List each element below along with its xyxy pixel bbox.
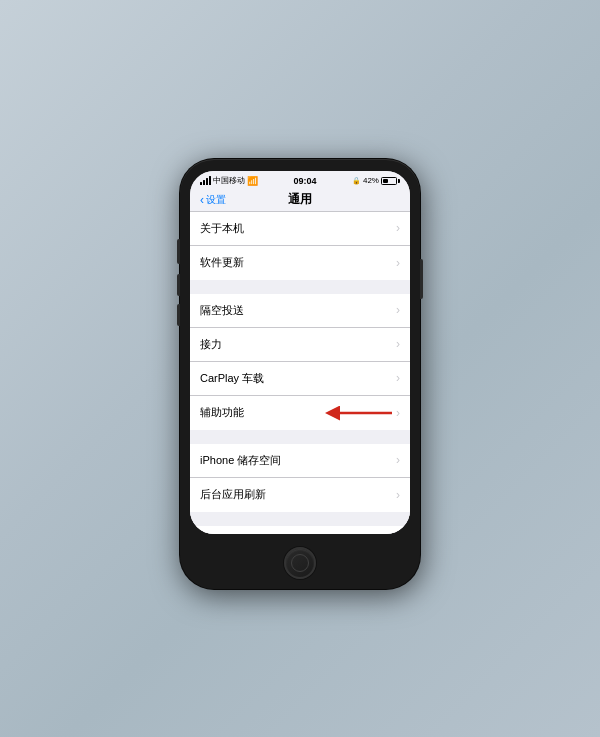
section-gap-2 <box>190 430 410 444</box>
airdrop-item[interactable]: 隔空投送 › <box>190 294 410 328</box>
airdrop-label: 隔空投送 <box>200 303 244 318</box>
status-time: 09:04 <box>293 176 316 186</box>
carplay-label: CarPlay 车载 <box>200 371 264 386</box>
section-2: 隔空投送 › 接力 › CarPlay 车载 › 辅助功能 › <box>190 294 410 430</box>
page-title: 通用 <box>288 191 312 208</box>
about-item[interactable]: 关于本机 › <box>190 212 410 246</box>
status-left: 中国移动 📶 <box>200 175 258 186</box>
status-bar: 中国移动 📶 09:04 🔒 42% <box>190 171 410 191</box>
carplay-item[interactable]: CarPlay 车载 › <box>190 362 410 396</box>
battery-pct: 42% <box>363 176 379 185</box>
chevron-icon: › <box>396 337 400 351</box>
back-label: 设置 <box>206 193 226 207</box>
back-button[interactable]: ‹ 设置 <box>200 193 226 207</box>
navigation-bar: ‹ 设置 通用 <box>190 191 410 212</box>
section-4: 日期与时间 › 键盘 › <box>190 526 410 534</box>
carrier-label: 中国移动 <box>213 175 245 186</box>
volume-down-button <box>177 304 180 326</box>
iphone-storage-item[interactable]: iPhone 储存空间 › <box>190 444 410 478</box>
chevron-icon: › <box>396 371 400 385</box>
background-refresh-label: 后台应用刷新 <box>200 487 266 502</box>
background-refresh-item[interactable]: 后台应用刷新 › <box>190 478 410 512</box>
screen: 中国移动 📶 09:04 🔒 42% ‹ 设置 通用 <box>190 171 410 534</box>
software-update-item[interactable]: 软件更新 › <box>190 246 410 280</box>
settings-content: 关于本机 › 软件更新 › 隔空投送 › 接力 › <box>190 212 410 534</box>
accessibility-item[interactable]: 辅助功能 › <box>190 396 410 430</box>
chevron-icon: › <box>396 406 400 420</box>
battery-indicator <box>381 177 400 185</box>
datetime-item[interactable]: 日期与时间 › <box>190 526 410 534</box>
status-right: 🔒 42% <box>352 176 400 185</box>
chevron-left-icon: ‹ <box>200 193 204 207</box>
chevron-icon: › <box>396 453 400 467</box>
handoff-item[interactable]: 接力 › <box>190 328 410 362</box>
chevron-icon: › <box>396 221 400 235</box>
about-label: 关于本机 <box>200 221 244 236</box>
software-update-label: 软件更新 <box>200 255 244 270</box>
handoff-label: 接力 <box>200 337 222 352</box>
lock-icon: 🔒 <box>352 177 361 185</box>
chevron-icon: › <box>396 303 400 317</box>
signal-bars <box>200 176 211 185</box>
chevron-icon: › <box>396 488 400 502</box>
section-gap-3 <box>190 512 410 526</box>
chevron-icon: › <box>396 256 400 270</box>
home-button-inner <box>291 554 309 572</box>
home-button[interactable] <box>284 547 316 579</box>
accessibility-label: 辅助功能 <box>200 405 244 420</box>
iphone-storage-label: iPhone 储存空间 <box>200 453 281 468</box>
section-3: iPhone 储存空间 › 后台应用刷新 › <box>190 444 410 512</box>
section-gap-1 <box>190 280 410 294</box>
wifi-icon: 📶 <box>247 176 258 186</box>
volume-up-button <box>177 274 180 296</box>
red-arrow-annotation <box>334 403 394 423</box>
phone-device: 中国移动 📶 09:04 🔒 42% ‹ 设置 通用 <box>180 159 420 589</box>
section-1: 关于本机 › 软件更新 › <box>190 212 410 280</box>
